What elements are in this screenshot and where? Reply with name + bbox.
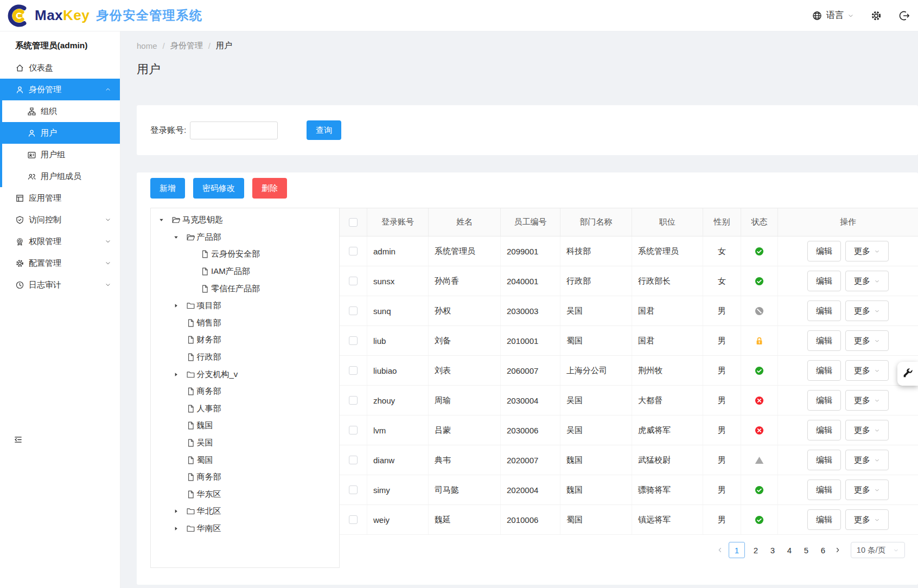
sidebar-item-permissions[interactable]: 权限管理 (0, 231, 120, 252)
sidebar-item-users[interactable]: 用户 (2, 122, 120, 144)
tree-node[interactable]: 华南区 (151, 520, 339, 538)
chevron-down-icon (105, 260, 111, 266)
row-checkbox[interactable] (349, 515, 358, 524)
page-title: 用户 (137, 62, 918, 76)
row-checkbox[interactable] (349, 426, 358, 434)
cell-employee_id: 2010006 (501, 505, 560, 534)
tree-node[interactable]: 云身份安全部 (151, 246, 339, 263)
breadcrumb-identity[interactable]: 身份管理 (170, 41, 203, 51)
change-password-button[interactable]: 密码修改 (193, 178, 244, 199)
sidebar-item-group-members[interactable]: 用户组成员 (2, 165, 120, 187)
logout-button[interactable] (898, 10, 910, 22)
tree-node[interactable]: 产品部 (151, 229, 339, 246)
page-size-select[interactable]: 10 条/页 (851, 542, 905, 558)
tree-node[interactable]: 零信任产品部 (151, 280, 339, 297)
sidebar-item-user-groups[interactable]: 用户组 (2, 144, 120, 165)
more-button[interactable]: 更多 (845, 360, 889, 381)
tree-node[interactable]: 吴国 (151, 434, 339, 452)
floating-widget[interactable] (897, 362, 918, 386)
account-input[interactable] (190, 122, 278, 139)
row-checkbox[interactable] (349, 247, 358, 255)
page-3-button[interactable]: 3 (767, 542, 779, 558)
row-checkbox[interactable] (349, 336, 358, 345)
sidebar-item-audit-log[interactable]: 日志审计 (0, 274, 120, 296)
edit-button[interactable]: 编辑 (807, 509, 841, 530)
tree-node[interactable]: 马克思钥匙 (151, 212, 339, 229)
caret-down-icon[interactable] (158, 217, 171, 223)
select-all-checkbox[interactable] (349, 218, 358, 227)
more-button[interactable]: 更多 (845, 509, 889, 530)
row-checkbox[interactable] (349, 456, 358, 464)
add-button[interactable]: 新增 (150, 178, 185, 199)
more-button[interactable]: 更多 (845, 241, 889, 261)
page-6-button[interactable]: 6 (817, 542, 829, 558)
tree-node[interactable]: 销售部 (151, 315, 339, 332)
prev-page-button[interactable] (716, 546, 724, 554)
next-page-button[interactable] (834, 546, 841, 554)
caret-right-icon[interactable] (173, 372, 186, 378)
file-icon (186, 456, 195, 465)
caret-right-icon[interactable] (173, 303, 186, 309)
page-5-button[interactable]: 5 (800, 542, 812, 558)
sidebar-item-identity[interactable]: 身份管理 (0, 79, 120, 100)
edit-button[interactable]: 编辑 (807, 301, 841, 321)
query-button[interactable]: 查询 (307, 120, 341, 140)
language-switcher[interactable]: 语言 (812, 10, 854, 21)
sidebar-item-dashboard[interactable]: 仪表盘 (0, 57, 120, 79)
more-button[interactable]: 更多 (845, 450, 889, 470)
settings-button[interactable] (870, 10, 882, 22)
edit-button[interactable]: 编辑 (807, 480, 841, 500)
cell-checkbox (340, 386, 367, 415)
cell-gender: 男 (703, 326, 741, 355)
page-4-button[interactable]: 4 (783, 542, 795, 558)
row-checkbox[interactable] (349, 306, 358, 315)
menu-collapse-button[interactable] (13, 435, 23, 446)
more-button[interactable]: 更多 (845, 301, 889, 321)
tree-node[interactable]: IAM产品部 (151, 263, 339, 280)
sidebar-item-label: 用户组成员 (41, 171, 81, 182)
row-checkbox[interactable] (349, 366, 358, 375)
page-1-button[interactable]: 1 (729, 542, 745, 558)
cell-position: 武猛校尉 (632, 445, 703, 475)
sidebar-item-label: 仪表盘 (29, 63, 53, 73)
tree-node[interactable]: 商务部 (151, 469, 339, 486)
tree-node[interactable]: 分支机构_v (151, 366, 339, 383)
caret-right-icon[interactable] (173, 508, 186, 514)
page-2-button[interactable]: 2 (750, 542, 762, 558)
delete-button[interactable]: 删除 (252, 178, 287, 199)
caret-right-icon[interactable] (173, 526, 186, 532)
sidebar-item-configuration[interactable]: 配置管理 (0, 252, 120, 274)
edit-button[interactable]: 编辑 (807, 420, 841, 440)
tree-node[interactable]: 商务部 (151, 383, 339, 400)
breadcrumb-home[interactable]: home (137, 41, 157, 50)
edit-button[interactable]: 编辑 (807, 330, 841, 351)
cell-actions: 编辑更多 (778, 296, 918, 325)
row-checkbox[interactable] (349, 396, 358, 405)
caret-down-icon[interactable] (173, 234, 186, 240)
tools-icon (902, 367, 914, 381)
tree-node[interactable]: 蜀国 (151, 451, 339, 469)
edit-button[interactable]: 编辑 (807, 271, 841, 291)
more-button[interactable]: 更多 (845, 390, 889, 411)
more-button[interactable]: 更多 (845, 480, 889, 500)
tree-node[interactable]: 华东区 (151, 486, 339, 503)
tree-node[interactable]: 项目部 (151, 297, 339, 315)
chevron-down-icon (893, 547, 899, 553)
more-button[interactable]: 更多 (845, 271, 889, 291)
tree-node[interactable]: 华北区 (151, 503, 339, 520)
edit-button[interactable]: 编辑 (807, 390, 841, 411)
sidebar-item-organizations[interactable]: 组织 (2, 100, 120, 122)
more-button[interactable]: 更多 (845, 330, 889, 351)
row-checkbox[interactable] (349, 277, 358, 285)
edit-button[interactable]: 编辑 (807, 241, 841, 261)
edit-button[interactable]: 编辑 (807, 360, 841, 381)
sidebar-item-access-control[interactable]: 访问控制 (0, 209, 120, 231)
tree-node[interactable]: 行政部 (151, 349, 339, 366)
sidebar-item-app-management[interactable]: 应用管理 (0, 187, 120, 209)
edit-button[interactable]: 编辑 (807, 450, 841, 470)
more-button[interactable]: 更多 (845, 420, 889, 440)
tree-node[interactable]: 财务部 (151, 331, 339, 349)
tree-node[interactable]: 魏国 (151, 417, 339, 434)
tree-node[interactable]: 人事部 (151, 400, 339, 418)
row-checkbox[interactable] (349, 485, 358, 494)
